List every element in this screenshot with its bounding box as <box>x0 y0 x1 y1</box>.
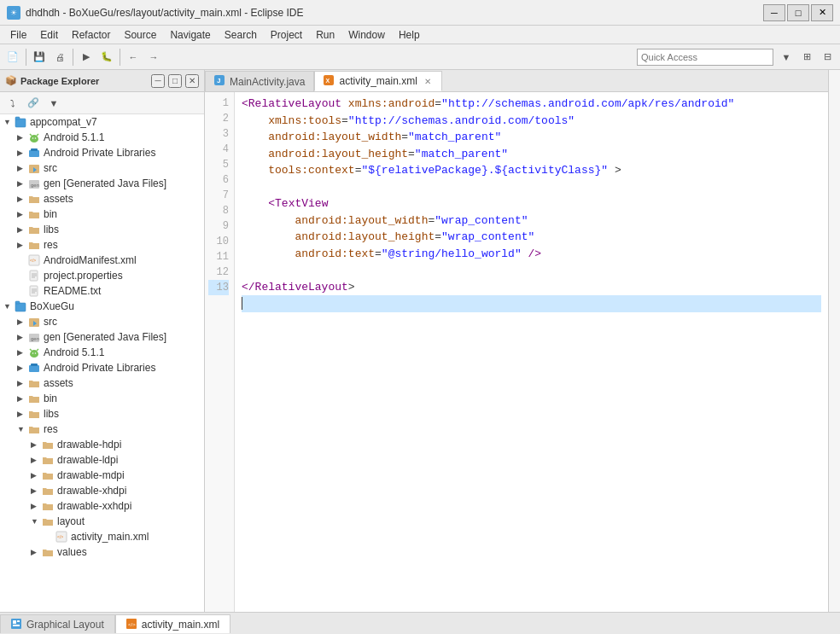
tree-expand-arrow[interactable]: ▼ <box>3 118 14 126</box>
collapse-all-btn[interactable]: ⤵ <box>3 94 22 113</box>
list-item[interactable]: ▼appcompat_v7 <box>0 114 204 130</box>
tree-expand-arrow[interactable]: ▶ <box>17 164 27 172</box>
list-item[interactable]: ▼res <box>0 422 204 437</box>
print-button[interactable]: 🖨 <box>50 48 69 67</box>
list-item[interactable]: </>activity_main.xml <box>0 529 204 544</box>
list-item[interactable]: project.properties <box>0 268 204 283</box>
menu-item-edit[interactable]: Edit <box>33 27 65 43</box>
list-item[interactable]: ▼BoXueGu <box>0 299 204 314</box>
bottom-tab-icon: </> <box>126 619 137 631</box>
link-editor-btn[interactable]: 🔗 <box>24 94 43 113</box>
tree-item-icon <box>41 545 55 559</box>
list-item[interactable]: ▶drawable-mdpi <box>0 468 204 483</box>
list-item[interactable]: ▶drawable-xhdpi <box>0 483 204 498</box>
quick-access-dropdown[interactable]: ▼ <box>777 48 796 67</box>
list-item[interactable]: ▶Android Private Libraries <box>0 360 204 375</box>
list-item[interactable]: ▶libs <box>0 222 204 237</box>
code-line: </RelativeLayout> <box>242 279 821 296</box>
list-item[interactable]: README.txt <box>0 283 204 299</box>
list-item[interactable]: ▶Android 5.1.1 <box>0 345 204 360</box>
list-item[interactable]: ▶Android 5.1.1 <box>0 130 204 145</box>
tree-expand-arrow[interactable]: ▶ <box>31 502 41 510</box>
menu-item-run[interactable]: Run <box>309 27 341 43</box>
tree-expand-arrow[interactable]: ▼ <box>31 517 41 526</box>
list-item[interactable]: ▶bin <box>0 391 204 406</box>
quick-access-input[interactable] <box>637 49 773 66</box>
bottom-tab-activity_main-xml[interactable]: </>activity_main.xml <box>115 614 230 633</box>
menu-item-window[interactable]: Window <box>341 27 392 43</box>
sidebar-maximize-btn[interactable]: □ <box>168 74 182 88</box>
minimize-button[interactable]: ─ <box>763 4 785 21</box>
tree-expand-arrow[interactable]: ▶ <box>17 225 27 234</box>
menu-item-file[interactable]: File <box>3 27 33 43</box>
sidebar-close-btn[interactable]: ✕ <box>185 74 199 88</box>
list-item[interactable]: ▶src <box>0 160 204 176</box>
tree-expand-arrow[interactable]: ▶ <box>31 548 41 556</box>
tree-expand-arrow[interactable]: ▶ <box>31 471 41 480</box>
tree-expand-arrow[interactable]: ▶ <box>17 241 27 249</box>
menu-item-project[interactable]: Project <box>264 27 309 43</box>
debug-button[interactable]: 🐛 <box>97 48 116 67</box>
perspective-btn2[interactable]: ⊟ <box>818 48 837 67</box>
tree-expand-arrow[interactable]: ▶ <box>31 456 41 464</box>
tree-item-icon <box>41 468 55 482</box>
back-button[interactable]: ← <box>124 48 143 67</box>
tree-expand-arrow[interactable]: ▶ <box>17 364 27 372</box>
list-item[interactable]: </>AndroidManifest.xml <box>0 253 204 268</box>
maximize-button[interactable]: □ <box>787 4 809 21</box>
list-item[interactable]: ▶gengen [Generated Java Files] <box>0 176 204 191</box>
tree-expand-arrow[interactable]: ▶ <box>17 195 27 203</box>
list-item[interactable]: ▶drawable-ldpi <box>0 452 204 468</box>
menu-item-source[interactable]: Source <box>117 27 163 43</box>
bottom-tab-label: activity_main.xml <box>142 619 219 631</box>
menu-item-navigate[interactable]: Navigate <box>163 27 217 43</box>
tree-expand-arrow[interactable]: ▶ <box>17 133 27 142</box>
editor-tab-MainActivity-java[interactable]: JMainActivity.java <box>205 71 314 91</box>
tree-expand-arrow[interactable]: ▶ <box>17 179 27 188</box>
menu-bar: FileEditRefactorSourceNavigateSearchProj… <box>0 26 840 44</box>
tab-close-btn[interactable]: ✕ <box>423 76 433 87</box>
list-item[interactable]: ▶libs <box>0 406 204 422</box>
tree-expand-arrow[interactable]: ▶ <box>17 148 27 157</box>
tree-expand-arrow[interactable]: ▶ <box>17 348 27 357</box>
tree-expand-arrow[interactable]: ▶ <box>17 394 27 403</box>
view-menu-btn[interactable]: ▼ <box>44 94 63 113</box>
tree-expand-arrow[interactable]: ▶ <box>31 440 41 449</box>
list-item[interactable]: ▶res <box>0 237 204 253</box>
menu-item-help[interactable]: Help <box>392 27 427 43</box>
menu-item-refactor[interactable]: Refactor <box>65 27 117 43</box>
tree-expand-arrow[interactable]: ▶ <box>17 317 27 326</box>
sidebar-minimize-btn[interactable]: ─ <box>151 74 165 88</box>
tree-item-label: drawable-hdpi <box>57 439 121 451</box>
save-button[interactable]: 💾 <box>30 48 49 67</box>
forward-button[interactable]: → <box>144 48 163 67</box>
tree-expand-arrow[interactable]: ▶ <box>17 210 27 218</box>
tree-expand-arrow[interactable]: ▼ <box>17 425 27 433</box>
menu-item-search[interactable]: Search <box>218 27 264 43</box>
code-line: tools:context="${relativePackage}.${acti… <box>242 162 821 179</box>
list-item[interactable]: ▼layout <box>0 514 204 529</box>
list-item[interactable]: ▶Android Private Libraries <box>0 145 204 160</box>
run-button[interactable]: ▶ <box>77 48 96 67</box>
new-button[interactable]: 📄 <box>3 48 22 67</box>
close-button[interactable]: ✕ <box>811 4 833 21</box>
list-item[interactable]: ▶src <box>0 314 204 329</box>
code-content[interactable]: <RelativeLayout xmlns:android="http://sc… <box>235 92 828 612</box>
bottom-tab-Graphical-Layout[interactable]: Graphical Layout <box>0 614 115 633</box>
list-item[interactable]: ▶drawable-hdpi <box>0 437 204 452</box>
tree-expand-arrow[interactable]: ▼ <box>3 302 14 311</box>
list-item[interactable]: ▶gengen [Generated Java Files] <box>0 329 204 345</box>
tree-expand-arrow[interactable]: ▶ <box>17 410 27 418</box>
perspective-btn[interactable]: ⊞ <box>797 48 816 67</box>
tree-expand-arrow[interactable]: ▶ <box>17 379 27 387</box>
tree-expand-arrow[interactable]: ▶ <box>31 486 41 495</box>
list-item[interactable]: ▶drawable-xxhdpi <box>0 498 204 514</box>
tree-expand-arrow[interactable]: ▶ <box>17 333 27 341</box>
list-item[interactable]: ▶assets <box>0 375 204 391</box>
list-item[interactable]: ▶values <box>0 544 204 560</box>
list-item[interactable]: ▶assets <box>0 191 204 206</box>
tree-item-label: libs <box>44 408 59 420</box>
list-item[interactable]: ▶bin <box>0 206 204 222</box>
code-editor[interactable]: 12345678910111213 <RelativeLayout xmlns:… <box>205 92 828 612</box>
editor-tab-activity_main-xml[interactable]: Xactivity_main.xml✕ <box>314 71 441 91</box>
